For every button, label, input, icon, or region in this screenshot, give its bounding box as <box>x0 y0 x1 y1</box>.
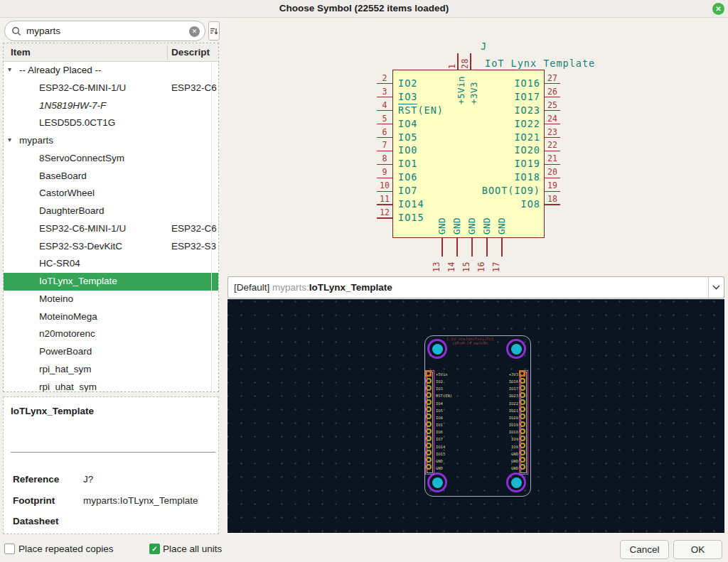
tree-row[interactable]: ESP32-C6-MINI-1/UESP32-C6 <box>4 220 218 238</box>
footprint-preview-pane[interactable]: IoTLynxTemplate v0.1Hesham Al-Mehdi+5Vin… <box>228 299 724 533</box>
pad[interactable] <box>426 392 432 398</box>
pad[interactable] <box>426 457 432 463</box>
pad[interactable] <box>426 450 432 455</box>
column-divider[interactable] <box>167 45 168 60</box>
pad-label: GND <box>476 466 518 471</box>
pad[interactable] <box>520 443 525 448</box>
tree-row[interactable]: DaughterBoard <box>4 202 218 220</box>
pad[interactable] <box>426 443 432 448</box>
pin-number: 6 <box>377 128 392 136</box>
pin-line <box>377 110 392 112</box>
pad[interactable] <box>426 385 432 391</box>
tree-row[interactable]: LESD5D5.0CT1G <box>4 114 218 132</box>
expander-icon[interactable]: ▾ <box>8 65 11 73</box>
pin-number: 4 <box>377 101 392 109</box>
pin-name: IO23 <box>514 105 540 116</box>
pad[interactable] <box>520 421 525 427</box>
tree-row-label: HC-SR04 <box>39 258 80 269</box>
tree-row-label: CastorWheel <box>39 188 95 198</box>
pad[interactable] <box>520 436 525 441</box>
pad[interactable] <box>520 428 525 434</box>
pin-name: +5Vin <box>456 72 466 104</box>
tree-row[interactable]: rpi_uhat_sym <box>4 379 218 393</box>
pad[interactable] <box>520 399 525 405</box>
pin-number: 15 <box>461 258 471 272</box>
tree-row[interactable]: PowerBoard <box>4 343 218 361</box>
pin-name: IO8 <box>521 199 540 210</box>
tree-row[interactable]: ESP32-S3-DevKitCESP32-S3 <box>4 238 218 256</box>
symbol-reference: J <box>481 40 486 52</box>
tree-row[interactable]: MoteinoMega <box>4 308 218 326</box>
pin-number: 17 <box>491 258 500 272</box>
place-all-units-checkbox[interactable]: ✓ <box>149 544 160 554</box>
pin-name: IO14 <box>398 199 424 210</box>
pad[interactable] <box>426 436 432 441</box>
pin-name: RST(EN) <box>398 105 444 116</box>
tree-row[interactable]: IoTLynx_Template <box>4 273 218 291</box>
pin-line <box>377 97 392 98</box>
pad[interactable] <box>520 414 525 419</box>
column-header-item[interactable]: Item <box>11 47 31 58</box>
pad-label: GND <box>436 459 443 464</box>
footprint-name: IoTLynx_Template <box>309 282 392 293</box>
tree-row[interactable]: ESP32-C6-MINI-1/UESP32-C6 <box>4 80 218 97</box>
tree-row[interactable]: n20motorenc <box>4 325 218 343</box>
mounting-hole <box>506 339 526 359</box>
pin-number: 19 <box>545 181 560 190</box>
pad[interactable] <box>520 450 525 455</box>
pin-name: IO20 <box>514 145 540 156</box>
pad-label: IO18 <box>476 430 518 435</box>
pin-number: 27 <box>545 74 560 82</box>
tree-row[interactable]: HC-SR04 <box>4 255 218 273</box>
place-repeated-copies-checkbox[interactable] <box>4 544 15 554</box>
pad-label: IO5 <box>436 409 443 414</box>
tree-row[interactable]: Moteino <box>4 291 218 308</box>
pad[interactable] <box>426 414 432 419</box>
tree-row[interactable]: ▾-- Already Placed -- <box>4 62 218 80</box>
close-icon[interactable]: ✕ <box>712 3 724 15</box>
pad[interactable] <box>520 406 525 412</box>
pad[interactable] <box>520 392 525 398</box>
expander-icon[interactable]: ▾ <box>8 136 11 144</box>
search-input[interactable]: myparts ✕ <box>4 21 205 41</box>
pad-1[interactable] <box>425 370 432 377</box>
pad-1[interactable] <box>519 370 525 377</box>
pad-label: GND <box>436 466 443 471</box>
pad[interactable] <box>426 406 432 412</box>
clear-search-icon[interactable]: ✕ <box>189 26 200 37</box>
tree-row[interactable]: rpi_hat_sym <box>4 361 218 379</box>
cancel-button[interactable]: Cancel <box>620 540 669 559</box>
pad[interactable] <box>520 457 525 463</box>
pin-line <box>377 83 392 85</box>
pin-line <box>441 238 443 256</box>
pin-line <box>545 151 560 152</box>
tree-scrollbar[interactable] <box>211 62 212 391</box>
pad[interactable] <box>426 421 432 427</box>
pad[interactable] <box>426 399 432 405</box>
tree-row[interactable]: 8ServoConnectSym <box>4 150 218 168</box>
chevron-down-icon[interactable] <box>708 277 724 298</box>
pad[interactable] <box>520 378 525 384</box>
ok-button[interactable]: OK <box>673 540 722 559</box>
pin-line <box>377 124 392 125</box>
pin-name: GND <box>451 210 461 234</box>
pin-number: 11 <box>377 195 392 203</box>
column-header-description[interactable]: Descript <box>171 47 210 58</box>
pad[interactable] <box>426 464 432 470</box>
tree-row[interactable]: ▾myparts <box>4 132 218 150</box>
pad[interactable] <box>426 378 432 384</box>
pin-number: 28 <box>460 53 469 69</box>
sort-filter-button[interactable] <box>208 21 220 40</box>
symbol-preview-pane[interactable]: JIoT Lynx Template2IO23IO34RST(EN)5IO46I… <box>228 18 728 276</box>
pad-label: RST(EN) <box>436 394 452 399</box>
footprint-select[interactable]: [Default] myparts:IoTLynx_Template <box>228 276 724 298</box>
pad-label: IO6 <box>436 430 443 435</box>
pad[interactable] <box>520 464 525 470</box>
pad[interactable] <box>520 385 525 391</box>
pin-line <box>457 53 459 70</box>
pad[interactable] <box>426 428 432 434</box>
pin-number: 10 <box>377 181 392 190</box>
tree-row[interactable]: CastorWheel <box>4 185 218 202</box>
tree-row[interactable]: 1N5819HW-7-F <box>4 97 218 115</box>
tree-row[interactable]: BaseBoard <box>4 168 218 185</box>
